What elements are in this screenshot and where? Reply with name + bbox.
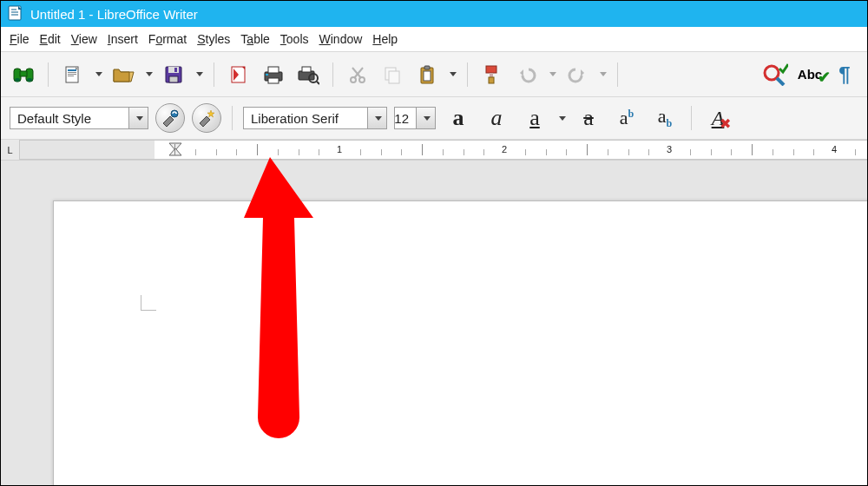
paragraph-style-dropdown[interactable] [128,108,148,128]
font-name-dropdown[interactable] [367,108,386,128]
undo-dropdown[interactable] [549,72,556,76]
svg-rect-13 [68,76,74,76]
superscript-icon: ab [620,107,634,129]
ruler-number: 4 [832,144,837,154]
save-button[interactable] [160,61,187,89]
ruler-number: 2 [502,144,507,154]
paragraph-style-value[interactable]: Default Style [10,108,128,128]
underline-icon: a [529,105,540,131]
svg-rect-16 [169,76,178,82]
menu-edit[interactable]: Edit [40,32,61,46]
svg-line-26 [317,82,319,84]
app-icon [8,5,30,23]
titlebar: Untitled 1 - LibreOffice Writer [1,1,867,27]
font-name-value[interactable]: Liberation Serif [244,108,367,128]
menu-table[interactable]: Table [240,32,269,46]
new-document-button[interactable] [59,61,87,89]
menu-view[interactable]: View [71,32,97,46]
svg-rect-36 [486,66,496,73]
subscript-button[interactable]: ab [649,104,681,132]
menu-window[interactable]: Window [319,32,363,46]
ruler-number: 3 [667,144,672,154]
toolbar-separator [467,62,468,87]
svg-rect-37 [490,73,493,77]
new-document-dropdown[interactable] [95,72,102,76]
menu-styles[interactable]: Styles [197,32,230,46]
open-button[interactable] [109,61,137,89]
menu-format[interactable]: Format [148,32,187,46]
svg-rect-22 [266,74,268,76]
find-replace-button[interactable] [10,61,37,89]
toolbar-separator [617,62,618,87]
superscript-button[interactable]: ab [611,104,642,132]
toolbar-separator [48,62,49,87]
auto-spellcheck-button[interactable]: Abc✔ [796,61,824,89]
horizontal-ruler[interactable]: 12345 [20,140,867,160]
subscript-icon: ab [658,105,672,130]
menu-help[interactable]: Help [372,32,398,46]
svg-rect-15 [168,67,179,73]
svg-rect-38 [489,77,494,83]
ruler-gutter[interactable]: L [1,140,20,160]
document-area[interactable] [1,161,867,486]
pilcrow-icon: ¶ [838,62,850,87]
save-dropdown[interactable] [196,72,203,76]
standard-toolbar: Abc✔ ¶ [1,51,867,96]
font-name-combo[interactable]: Liberation Serif [243,107,387,129]
underline-button[interactable]: a [519,104,550,132]
new-style-button[interactable] [192,103,221,133]
update-style-button[interactable] [155,103,185,133]
print-button[interactable] [260,61,287,89]
svg-rect-12 [68,74,76,75]
undo-button[interactable] [513,61,541,89]
toolbar-separator [232,106,233,130]
strikethrough-icon: a [583,105,594,131]
bold-icon: a [453,105,464,131]
open-dropdown[interactable] [146,72,153,76]
strikethrough-button[interactable]: a [573,104,604,132]
underline-dropdown[interactable] [559,116,566,121]
redo-dropdown[interactable] [600,72,607,76]
italic-button[interactable]: a [481,104,512,132]
copy-button[interactable] [378,61,406,89]
font-size-value[interactable]: 12 [395,108,416,128]
paste-button[interactable] [413,61,441,89]
svg-line-40 [777,78,784,85]
clone-formatting-button[interactable] [478,61,506,89]
paste-dropdown[interactable] [450,72,457,76]
toolbar-separator [691,106,692,130]
font-size-combo[interactable]: 12 [394,107,436,129]
menu-file[interactable]: File [10,32,30,46]
italic-icon: a [491,105,503,131]
window-title: Untitled 1 - LibreOffice Writer [30,7,198,22]
menubar: FileEditViewInsertFormatStylesTableTools… [1,27,867,51]
clear-formatting-button[interactable]: A✖ [702,104,733,132]
spellcheck-button[interactable] [761,61,789,89]
svg-point-8 [27,78,32,82]
ruler-row: L 12345 [1,140,867,161]
svg-point-39 [765,66,779,80]
print-preview-button[interactable] [294,61,322,89]
svg-rect-34 [424,71,431,81]
menu-insert[interactable]: Insert [108,32,138,46]
indent-marker-icon[interactable] [168,142,182,156]
formatting-marks-button[interactable]: ¶ [831,61,858,89]
svg-rect-32 [389,71,399,83]
clear-formatting-icon: A✖ [712,107,725,130]
svg-rect-21 [268,78,279,83]
export-pdf-button[interactable] [225,61,253,89]
cut-button[interactable] [344,61,372,89]
svg-rect-24 [302,67,311,72]
paragraph-style-combo[interactable]: Default Style [10,107,148,129]
font-size-dropdown[interactable] [416,108,435,128]
bold-button[interactable]: a [443,104,474,132]
toolbar-separator [332,62,333,87]
abc-icon: Abc✔ [798,67,822,82]
svg-rect-20 [268,67,279,73]
svg-rect-6 [20,71,27,76]
redo-button[interactable] [563,61,591,89]
menu-tools[interactable]: Tools [280,32,309,46]
page[interactable] [53,200,867,486]
svg-rect-10 [68,69,76,71]
toolbar-separator [214,62,214,87]
